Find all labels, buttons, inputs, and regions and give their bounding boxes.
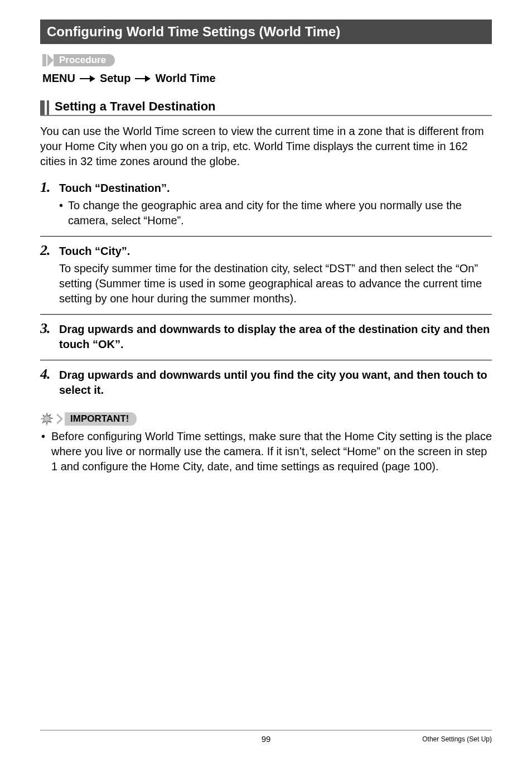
step-1: 1. Touch “Destination”. To change the ge… xyxy=(40,179,492,228)
step-title: Touch “Destination”. xyxy=(59,181,170,196)
step-number: 3. xyxy=(40,320,54,337)
menu-path-part-1: MENU xyxy=(42,72,75,85)
procedure-pill: Procedure xyxy=(54,54,115,66)
step-3: 3. Drag upwards and downwards to display… xyxy=(40,314,492,352)
step-number: 2. xyxy=(40,242,54,259)
procedure-label-row: Procedure xyxy=(42,54,492,66)
step-number: 1. xyxy=(40,179,54,196)
header-bar-decoration xyxy=(47,100,49,115)
menu-path-part-3: World Time xyxy=(155,72,215,85)
step-title: Touch “City”. xyxy=(59,244,130,259)
step-number: 4. xyxy=(40,366,54,383)
starburst-icon xyxy=(40,412,54,426)
step-4: 4. Drag upwards and downwards until you … xyxy=(40,360,492,398)
step-bullet: To change the geographic area and city f… xyxy=(59,198,492,228)
chevron-right-icon xyxy=(47,54,54,66)
step-title: Drag upwards and downwards to display th… xyxy=(59,322,492,352)
step-2: 2. Touch “City”. To specify summer time … xyxy=(40,236,492,306)
sub-section-header: Setting a Travel Destination xyxy=(40,99,492,116)
section-header: Configuring World Time Settings (World T… xyxy=(40,20,492,44)
procedure-bar-decoration xyxy=(42,54,46,66)
page-footer: 99 Other Settings (Set Up) xyxy=(40,730,492,744)
step-body: To specify summer time for the destinati… xyxy=(59,261,492,306)
menu-path-part-2: Setup xyxy=(100,72,131,85)
important-label-row: IMPORTANT! xyxy=(40,412,492,426)
arrow-right-icon xyxy=(80,76,95,81)
chevron-right-icon xyxy=(57,413,65,425)
page-number: 99 xyxy=(191,734,341,744)
sub-section-title: Setting a Travel Destination xyxy=(55,99,216,115)
step-title: Drag upwards and downwards until you fin… xyxy=(59,368,492,398)
footer-section-label: Other Settings (Set Up) xyxy=(341,735,492,743)
important-note: Before configuring World Time settings, … xyxy=(41,429,492,474)
intro-paragraph: You can use the World Time screen to vie… xyxy=(40,124,492,169)
important-pill: IMPORTANT! xyxy=(65,412,137,426)
header-bar-decoration xyxy=(40,100,45,115)
menu-path: MENU Setup World Time xyxy=(42,72,492,85)
arrow-right-icon xyxy=(135,76,151,81)
